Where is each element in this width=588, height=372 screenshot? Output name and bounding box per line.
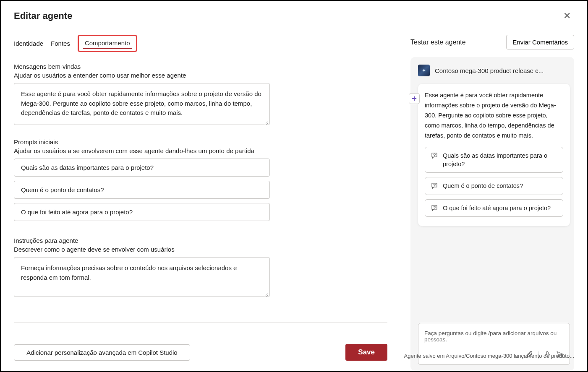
chat-placeholder: Faça perguntas ou digite /para adicionar… <box>424 330 564 343</box>
bubble-text: Esse agente é para você obter rapidament… <box>425 91 563 141</box>
welcome-textarea[interactable] <box>14 83 270 125</box>
suggestion-2[interactable]: O que foi feito até agora para o projeto… <box>425 199 563 217</box>
dialog-edit-agent: Editar agente ✕ Identidade Fontes Compor… <box>0 0 588 372</box>
prompt-input-0[interactable]: Quais são as datas importantes para o pr… <box>14 159 270 177</box>
divider <box>14 322 387 323</box>
section-instructions-title: Instruções para agente <box>14 237 394 244</box>
close-button[interactable]: ✕ <box>560 9 574 23</box>
chat-input-area: Faça perguntas ou digite /para adicionar… <box>410 323 574 371</box>
svg-point-2 <box>434 208 435 209</box>
agent-header: Contoso mega-300 product release c... <box>410 65 574 84</box>
close-icon: ✕ <box>563 10 571 21</box>
section-instructions: Instruções para agente Descrever como o … <box>14 237 394 299</box>
section-welcome-subtitle: Ajudar os usuários a entender como usar … <box>14 72 394 79</box>
tab-behavior[interactable]: Comportamento <box>78 35 137 52</box>
chat-question-icon <box>430 182 439 190</box>
add-button[interactable]: + <box>409 93 420 104</box>
prompt-input-2[interactable]: O que foi feito até agora para o projeto… <box>14 203 270 221</box>
suggestion-text: Quem é o ponto de contatos? <box>443 182 523 190</box>
save-status-label: Agente salvo em Arquivo/Contoso mega-300… <box>404 353 574 359</box>
tabs: Identidade Fontes Comportamento <box>14 35 394 52</box>
section-instructions-subtitle: Descrever como o agente deve se envolver… <box>14 246 394 253</box>
section-welcome: Mensagens bem-vindas Ajudar os usuários … <box>14 63 394 127</box>
test-title: Testar este agente <box>410 39 466 46</box>
suggestion-text: Quais são as datas importantes para o pr… <box>443 151 558 169</box>
section-welcome-title: Mensagens bem-vindas <box>14 63 394 70</box>
instructions-textarea[interactable] <box>14 257 270 297</box>
test-card: Contoso mega-300 product release c... + … <box>410 57 574 371</box>
agent-avatar-icon <box>418 65 430 76</box>
left-footer: Adicionar personalização avançada em Cop… <box>14 344 387 371</box>
test-header: Testar este agente Enviar Comentários <box>410 35 574 49</box>
suggestion-1[interactable]: Quem é o ponto de contatos? <box>425 177 563 195</box>
dialog-title: Editar agente <box>14 10 72 21</box>
advanced-customization-button[interactable]: Adicionar personalização avançada em Cop… <box>14 344 190 361</box>
test-panel: Testar este agente Enviar Comentários Co… <box>410 35 574 371</box>
agent-name-label: Contoso mega-300 product release c... <box>435 67 544 74</box>
section-prompts: Prompts iniciais Ajudar os usuários a se… <box>14 138 394 225</box>
send-feedback-button[interactable]: Enviar Comentários <box>506 35 574 49</box>
suggestion-0[interactable]: Quais são as datas importantes para o pr… <box>425 147 563 173</box>
dialog-header: Editar agente ✕ <box>14 9 574 23</box>
tab-sources[interactable]: Fontes <box>51 40 70 47</box>
section-prompts-subtitle: Ajudar os usuários a se envolverem com e… <box>14 147 394 154</box>
section-prompts-title: Prompts iniciais <box>14 138 394 146</box>
form-column: Identidade Fontes Comportamento Mensagen… <box>14 35 394 371</box>
svg-point-0 <box>434 156 435 156</box>
chat-question-icon <box>430 204 439 212</box>
save-button[interactable]: Save <box>345 344 387 361</box>
prompt-input-1[interactable]: Quem é o ponto de contatos? <box>14 181 270 199</box>
suggestion-text: O que foi feito até agora para o projeto… <box>443 204 551 212</box>
welcome-bubble: Esse agente é para você obter rapidament… <box>418 84 570 226</box>
svg-point-1 <box>434 187 435 187</box>
plus-icon: + <box>412 94 417 103</box>
tab-identity[interactable]: Identidade <box>14 40 43 47</box>
chat-question-icon <box>430 151 439 160</box>
